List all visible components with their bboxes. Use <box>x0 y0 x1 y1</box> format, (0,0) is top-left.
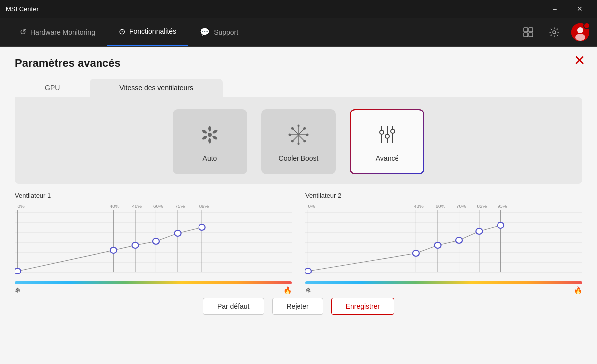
title-bar-left: MSI Center <box>6 5 39 13</box>
svg-point-76 <box>498 222 504 228</box>
hardware-icon: ↺ <box>20 27 26 37</box>
svg-point-24 <box>380 130 384 134</box>
fan-mode-auto-label: Auto <box>203 154 217 162</box>
svg-point-75 <box>476 228 482 234</box>
fan-mode-coolerboost[interactable]: Cooler Boost <box>261 109 336 174</box>
nav-bar: ↺ Hardware Monitoring ⊙ Fonctionnalités … <box>0 18 597 47</box>
fan1-chart-container: Ventilateur 1 0% 40% 48% 60% 75% 89% <box>15 192 292 292</box>
svg-point-7 <box>575 34 585 41</box>
svg-point-16 <box>306 134 309 136</box>
fan2-label: Ventilateur 2 <box>305 192 582 199</box>
svg-point-46 <box>15 268 21 274</box>
svg-point-48 <box>132 242 138 248</box>
svg-text:93%: 93% <box>498 203 507 209</box>
svg-point-25 <box>385 134 389 138</box>
svg-text:0%: 0% <box>17 203 25 209</box>
fan1-chart-wrapper: 0% 40% 48% 60% 75% 89% <box>15 202 292 292</box>
svg-rect-2 <box>524 33 528 37</box>
svg-point-18 <box>303 140 306 142</box>
tab-fonctionnalites-label: Fonctionnalités <box>129 27 176 35</box>
default-button[interactable]: Par défaut <box>203 298 264 315</box>
nav-right <box>519 23 589 41</box>
save-button[interactable]: Enregistrer <box>331 298 394 315</box>
main-content: ✕ Paramètres avancés GPU Vitesse des ven… <box>0 47 597 364</box>
svg-text:70%: 70% <box>456 203 466 209</box>
fan2-cold-icon: ❄ <box>305 286 311 294</box>
svg-point-73 <box>434 242 441 248</box>
close-button[interactable]: ✕ <box>574 54 585 68</box>
settings-icon[interactable] <box>545 23 563 41</box>
tab-gpu[interactable]: GPU <box>15 79 90 97</box>
svg-rect-1 <box>529 28 533 32</box>
svg-point-13 <box>298 125 300 127</box>
content-tabs: GPU Vitesse des ventilateurs <box>15 79 582 97</box>
fan-mode-avance-label: Avancé <box>376 154 398 162</box>
svg-point-20 <box>291 140 294 142</box>
svg-point-15 <box>289 134 291 136</box>
app-name: MSI Center <box>6 5 39 13</box>
page-title: Paramètres avancés <box>15 57 582 70</box>
fan1-temp-icons: ❄ 🔥 <box>15 286 292 294</box>
svg-point-51 <box>199 224 205 230</box>
fan1-chart-svg: 0% 40% 48% 60% 75% 89% <box>15 202 292 279</box>
tab-support[interactable]: 💬 Support <box>188 18 250 46</box>
svg-text:48%: 48% <box>132 203 142 209</box>
svg-text:0%: 0% <box>308 203 315 209</box>
grid-icon[interactable] <box>519 23 537 41</box>
svg-point-71 <box>305 268 311 274</box>
titlebar-close-button[interactable]: ✕ <box>568 0 591 18</box>
fan-mode-coolerboost-label: Cooler Boost <box>279 154 319 162</box>
svg-point-8 <box>208 133 212 137</box>
fan2-chart-wrapper: 0% 48% 60% 70% 82% 93% <box>305 202 582 292</box>
svg-text:48%: 48% <box>414 203 424 209</box>
fan1-temp-bar <box>15 281 292 284</box>
tab-support-label: Support <box>214 28 238 36</box>
svg-point-72 <box>413 250 419 256</box>
title-bar: MSI Center – ✕ <box>0 0 597 18</box>
fan2-temp-bar <box>305 281 582 284</box>
svg-point-14 <box>298 143 300 145</box>
nav-tabs: ↺ Hardware Monitoring ⊙ Fonctionnalités … <box>8 18 250 46</box>
fonctionnalites-icon: ⊙ <box>119 27 125 36</box>
charts-row: Ventilateur 1 0% 40% 48% 60% 75% 89% <box>15 192 582 292</box>
svg-point-6 <box>577 27 583 33</box>
svg-text:82%: 82% <box>477 203 487 209</box>
title-bar-controls: – ✕ <box>543 0 591 18</box>
fan-mode-auto[interactable]: Auto <box>173 109 247 174</box>
svg-point-74 <box>456 237 462 243</box>
avatar[interactable] <box>571 23 589 41</box>
fan1-label: Ventilateur 1 <box>15 192 292 199</box>
tab-hardware-label: Hardware Monitoring <box>30 28 95 36</box>
svg-rect-0 <box>524 28 528 32</box>
tab-hardware[interactable]: ↺ Hardware Monitoring <box>8 18 107 46</box>
svg-text:60%: 60% <box>153 203 163 209</box>
svg-text:40%: 40% <box>110 203 120 209</box>
fan2-temp-icons: ❄ 🔥 <box>305 286 582 294</box>
fan-modes: Auto Cooler Boo <box>15 97 582 184</box>
fan2-chart-container: Ventilateur 2 0% 48% 60% 70% 82% 93% <box>305 192 582 292</box>
fan2-hot-icon: 🔥 <box>574 286 582 294</box>
support-icon: 💬 <box>200 27 210 37</box>
svg-point-19 <box>303 127 306 130</box>
svg-point-49 <box>153 238 159 244</box>
svg-text:75%: 75% <box>175 203 185 209</box>
fan1-cold-icon: ❄ <box>15 286 21 294</box>
fan1-hot-icon: 🔥 <box>283 286 292 294</box>
svg-rect-3 <box>529 33 533 37</box>
fan2-chart-svg: 0% 48% 60% 70% 82% 93% <box>305 202 582 279</box>
tab-fans[interactable]: Vitesse des ventilateurs <box>90 79 223 97</box>
reject-button[interactable]: Rejeter <box>272 298 323 315</box>
svg-text:89%: 89% <box>199 203 209 209</box>
svg-point-26 <box>391 129 395 133</box>
svg-point-4 <box>553 31 556 34</box>
tab-fonctionnalites[interactable]: ⊙ Fonctionnalités <box>107 18 188 46</box>
footer-buttons: Par défaut Rejeter Enregistrer <box>15 298 582 315</box>
svg-text:60%: 60% <box>436 203 446 209</box>
svg-point-47 <box>110 247 117 253</box>
svg-point-17 <box>291 127 294 130</box>
svg-point-50 <box>175 230 181 236</box>
minimize-button[interactable]: – <box>543 0 566 18</box>
fan-mode-avance[interactable]: Avancé <box>350 109 424 174</box>
